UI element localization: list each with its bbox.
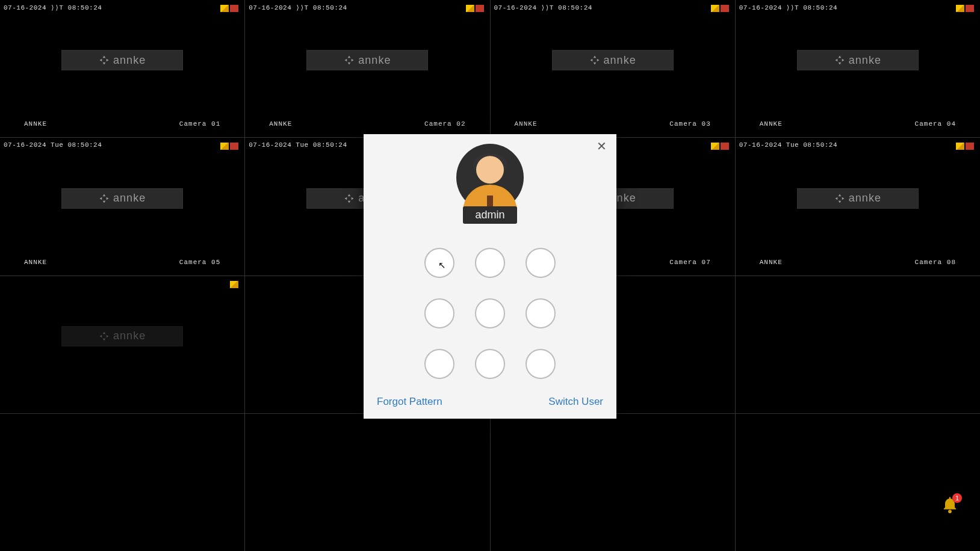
camera-cell-16[interactable] (736, 414, 980, 551)
alert-yellow-icon (220, 143, 229, 150)
camera-label: Camera 08 (915, 259, 956, 266)
brand-label: ANNKE (760, 120, 783, 128)
alert-yellow-icon (711, 143, 719, 150)
brand-watermark: annke (61, 50, 183, 70)
camera-cell-4[interactable]: 07-16-2024 ⟩⟩T 08:50:24annkeANNKECamera … (736, 0, 980, 137)
camera-cell-13[interactable] (0, 414, 244, 551)
timestamp: 07-16-2024 ⟩⟩T 08:50:24 (494, 4, 592, 11)
alert-yellow-icon (956, 5, 964, 12)
alert-red-icon (721, 5, 729, 12)
camera-label: Camera 05 (179, 259, 220, 266)
brand-label: ANNKE (24, 259, 47, 266)
pattern-dot-5[interactable] (475, 298, 505, 328)
alert-icons (220, 5, 238, 12)
cursor-icon: ↖ (438, 260, 446, 271)
brand-watermark: annke (61, 188, 183, 209)
notification-badge: 1 (952, 493, 962, 503)
alert-yellow-icon (711, 5, 719, 12)
svg-point-0 (948, 509, 952, 513)
avatar-icon (456, 144, 524, 211)
alert-yellow-icon (220, 5, 229, 12)
camera-cell-3[interactable]: 07-16-2024 ⟩⟩T 08:50:24annkeANNKECamera … (491, 0, 735, 137)
pattern-dot-3[interactable] (526, 248, 556, 278)
pattern-dot-9[interactable] (526, 349, 556, 379)
forgot-pattern-link[interactable]: Forgot Pattern (377, 396, 442, 408)
brand-label: ANNKE (269, 120, 292, 128)
alert-red-icon (966, 5, 974, 12)
timestamp: 07-16-2024 Tue 08:50:24 (739, 141, 837, 149)
brand-watermark: annke (797, 188, 919, 209)
timestamp: 07-16-2024 ⟩⟩T 08:50:24 (739, 4, 837, 11)
unlock-dialog: ✕ admin ↖ Forgot Pattern Switch User (364, 134, 616, 419)
brand-watermark: annke (797, 50, 919, 70)
alert-yellow-icon (230, 281, 238, 288)
pattern-dot-7[interactable] (424, 349, 454, 379)
camera-cell-2[interactable]: 07-16-2024 ⟩⟩T 08:50:24annkeANNKECamera … (245, 0, 489, 137)
alert-red-icon (476, 5, 484, 12)
switch-user-link[interactable]: Switch User (548, 396, 603, 408)
camera-label: Camera 07 (669, 259, 710, 266)
camera-label: Camera 02 (424, 120, 465, 128)
timestamp: 07-16-2024 Tue 08:50:24 (4, 141, 102, 149)
username-label: admin (463, 206, 516, 224)
camera-label: Camera 04 (915, 120, 956, 128)
alert-icons (220, 143, 238, 150)
alert-yellow-icon (956, 143, 964, 150)
pattern-dot-2[interactable] (475, 248, 505, 278)
brand-watermark: annke (306, 50, 428, 70)
alert-red-icon (721, 143, 729, 150)
alert-icons (466, 5, 484, 12)
notification-bell[interactable]: 1 (941, 496, 958, 515)
alert-icons (956, 5, 974, 12)
alert-icons (711, 143, 729, 150)
pattern-dot-1[interactable]: ↖ (424, 248, 454, 278)
camera-label: Camera 03 (669, 120, 710, 128)
pattern-dot-8[interactable] (475, 349, 505, 379)
camera-cell-5[interactable]: 07-16-2024 Tue 08:50:24annkeANNKECamera … (0, 138, 244, 275)
alert-icons (956, 143, 974, 150)
brand-watermark: annke (552, 50, 674, 70)
alert-yellow-icon (466, 5, 474, 12)
alert-icons (230, 281, 238, 288)
alert-red-icon (230, 5, 238, 12)
camera-label: Camera 01 (179, 120, 220, 128)
camera-cell-1[interactable]: 07-16-2024 ⟩⟩T 08:50:24annkeANNKECamera … (0, 0, 244, 137)
close-icon[interactable]: ✕ (597, 140, 607, 152)
alert-red-icon (966, 143, 974, 150)
camera-cell-12[interactable] (736, 276, 980, 413)
timestamp: 07-16-2024 ⟩⟩T 08:50:24 (249, 4, 347, 11)
brand-label: ANNKE (24, 120, 47, 128)
camera-cell-14[interactable] (245, 414, 489, 551)
camera-cell-8[interactable]: 07-16-2024 Tue 08:50:24annkeANNKECamera … (736, 138, 980, 275)
avatar-section: admin (364, 144, 616, 224)
brand-label: ANNKE (760, 259, 783, 266)
pattern-dot-4[interactable] (424, 298, 454, 328)
camera-cell-15[interactable] (491, 414, 735, 551)
alert-icons (711, 5, 729, 12)
brand-label: ANNKE (515, 120, 538, 128)
pattern-dot-6[interactable] (526, 298, 556, 328)
timestamp: 07-16-2024 ⟩⟩T 08:50:24 (4, 4, 102, 11)
timestamp: 07-16-2024 Tue 08:50:24 (249, 141, 347, 149)
alert-red-icon (230, 143, 238, 150)
camera-cell-9[interactable]: annke (0, 276, 244, 413)
pattern-pad[interactable]: ↖ (364, 248, 616, 379)
brand-watermark: annke (61, 326, 183, 346)
dialog-links: Forgot Pattern Switch User (364, 385, 616, 410)
